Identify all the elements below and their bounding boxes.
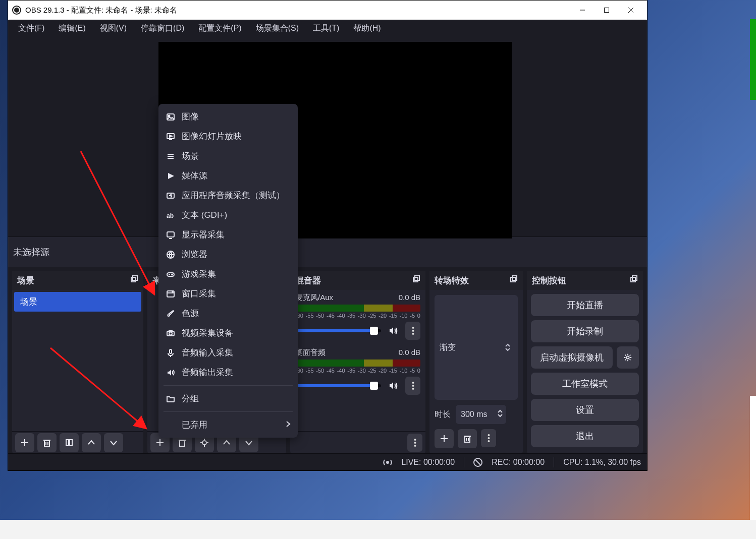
scene-filter-button[interactable] [60, 433, 79, 452]
brush-icon [166, 309, 176, 319]
svg-rect-48 [632, 276, 637, 280]
svg-point-28 [412, 330, 414, 332]
transition-menu-button[interactable] [481, 429, 496, 447]
dock-transitions-title: 转场特效 [435, 275, 469, 286]
mixer-channel-name: 桌面音频 [295, 348, 326, 357]
mixer-volume-slider[interactable] [295, 384, 381, 387]
cm-color[interactable]: 色源 [158, 304, 298, 323]
add-source-context-menu: 图像 图像幻灯片放映 场景 媒体源 应用程序音频采集（测试） ab文本 (GDI… [158, 104, 298, 438]
virtual-cam-settings-button[interactable] [617, 346, 639, 369]
menu-profile[interactable]: 配置文件(P) [191, 20, 248, 37]
status-cpu: CPU: 1.1%, 30.00 fps [563, 458, 641, 467]
dock-transitions: 转场特效 渐变 时长 300 ms [429, 271, 523, 453]
speaker-icon[interactable] [386, 324, 400, 338]
menu-edit[interactable]: 编辑(E) [51, 20, 92, 37]
transition-duration-input[interactable]: 300 ms [456, 405, 506, 424]
svg-point-66 [172, 274, 173, 275]
cm-text[interactable]: ab文本 (GDI+) [158, 205, 298, 225]
play-icon [166, 171, 176, 181]
menu-help[interactable]: 帮助(H) [346, 20, 388, 37]
dock-controls-header[interactable]: 控制按钮 [527, 271, 643, 290]
transition-remove-button[interactable] [458, 429, 477, 448]
svg-point-30 [412, 382, 414, 384]
cm-app-audio[interactable]: 应用程序音频采集（测试） [158, 186, 298, 205]
cm-game[interactable]: 游戏采集 [158, 264, 298, 284]
scene-up-button[interactable] [82, 433, 101, 452]
display-icon [166, 230, 176, 240]
svg-rect-12 [66, 440, 69, 446]
cm-media[interactable]: 媒体源 [158, 166, 298, 186]
dock-transitions-header[interactable]: 转场特效 [429, 271, 523, 290]
cm-audio-out[interactable]: 音频输出采集 [158, 363, 298, 382]
cm-image[interactable]: 图像 [158, 107, 298, 127]
mixer-channel-menu-button[interactable] [405, 322, 420, 340]
svg-point-45 [488, 437, 490, 439]
virtual-cam-button[interactable]: 启动虚拟摄像机 [531, 346, 613, 369]
scene-add-button[interactable] [15, 433, 34, 452]
menu-tools[interactable]: 工具(T) [306, 20, 346, 37]
obs-app-icon [12, 6, 21, 15]
menu-dock[interactable]: 停靠窗口(D) [134, 20, 191, 37]
svg-point-31 [412, 385, 414, 387]
popout-icon[interactable] [130, 275, 138, 286]
mixer-volume-slider[interactable] [295, 329, 381, 332]
cm-browser[interactable]: 浏览器 [158, 245, 298, 264]
window-icon [166, 289, 176, 299]
scene-down-button[interactable] [104, 433, 123, 452]
popout-icon[interactable] [510, 275, 518, 286]
exit-button[interactable]: 退出 [531, 425, 639, 447]
dock-scenes-title: 场景 [17, 275, 34, 286]
no-source-label: 未选择源 [13, 246, 49, 258]
menu-separator [164, 385, 293, 386]
mixer-ticks: -60-55-50-45-40-35-30-25-20-15-10-50 [295, 313, 420, 319]
transition-add-button[interactable] [435, 429, 454, 448]
mixer-channel-mic: 麦克风/Aux 0.0 dB -60-55-50-45-40-35-30-25-… [290, 290, 425, 345]
cm-scene[interactable]: 场景 [158, 146, 298, 166]
cm-video-device[interactable]: 视频采集设备 [158, 323, 298, 343]
dock-controls-title: 控制按钮 [532, 275, 566, 286]
status-rec: REC: 00:00:00 [492, 458, 545, 467]
scene-item[interactable]: 场景 [14, 292, 141, 312]
dock-scenes-header[interactable]: 场景 [12, 271, 143, 290]
taskbar [0, 520, 756, 539]
cm-window[interactable]: 窗口采集 [158, 284, 298, 304]
transition-select-value: 渐变 [440, 342, 456, 353]
cm-audio-in[interactable]: 音频输入采集 [158, 343, 298, 363]
mixer-meter [295, 360, 420, 367]
settings-button[interactable]: 设置 [531, 399, 639, 421]
source-toolbar: 未选择源 [8, 236, 647, 267]
cm-slideshow[interactable]: 图像幻灯片放映 [158, 127, 298, 146]
svg-rect-37 [512, 276, 517, 280]
menu-view[interactable]: 视图(V) [93, 20, 134, 37]
mixer-channel-menu-button[interactable] [405, 377, 420, 395]
menu-file[interactable]: 文件(F) [11, 20, 51, 37]
cm-group[interactable]: 分组 [158, 389, 298, 408]
studio-mode-button[interactable]: 工作室模式 [531, 373, 639, 395]
popout-icon[interactable] [630, 275, 638, 286]
svg-rect-25 [413, 277, 418, 282]
window-maximize-button[interactable] [595, 1, 619, 20]
dock-mixer-header[interactable]: 混音器 [290, 271, 425, 290]
folder-icon [166, 394, 176, 404]
window-titlebar[interactable]: OBS 29.1.3 - 配置文件: 未命名 - 场景: 未命名 [8, 1, 647, 20]
obs-window: OBS 29.1.3 - 配置文件: 未命名 - 场景: 未命名 文件(F) 编… [8, 0, 647, 471]
cm-deprecated[interactable]: 已弃用 [158, 415, 298, 435]
mixer-menu-button[interactable] [407, 434, 422, 452]
menu-scenes[interactable]: 场景集合(S) [249, 20, 306, 37]
window-close-button[interactable] [619, 1, 643, 20]
start-record-button[interactable]: 开始录制 [531, 320, 639, 342]
speaker-icon[interactable] [386, 379, 400, 393]
list-icon [166, 151, 176, 161]
transition-select[interactable]: 渐变 [435, 295, 518, 400]
popout-icon[interactable] [412, 275, 420, 286]
window-minimize-button[interactable] [570, 1, 595, 20]
svg-rect-5 [133, 276, 137, 280]
scene-remove-button[interactable] [37, 433, 57, 452]
mixer-channel-desktop: 桌面音频 0.0 dB -60-55-50-45-40-35-30-25-20-… [290, 345, 425, 400]
cm-display[interactable]: 显示器采集 [158, 225, 298, 245]
start-stream-button[interactable]: 开始直播 [531, 294, 639, 316]
mixer-channel-db: 0.0 dB [399, 348, 420, 357]
svg-line-52 [475, 460, 480, 465]
dock-scenes: 场景 场景 [12, 271, 143, 453]
app-audio-icon [166, 191, 176, 201]
